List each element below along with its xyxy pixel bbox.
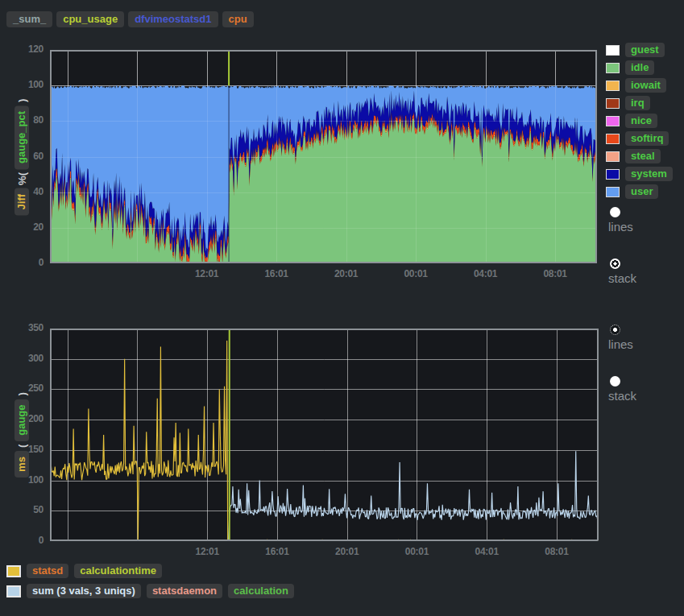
legend-item-user: user [606, 183, 673, 201]
y-axis-unit-part: ( [16, 444, 28, 448]
timing-lines-radio-selected[interactable] [610, 325, 620, 335]
x-tick-label: 08:01 [540, 546, 574, 557]
legend-label: system [625, 167, 673, 181]
softirq-swatch [606, 134, 620, 144]
y-axis-unit-part: gauge_pct [15, 105, 29, 168]
y-axis-unit-part: ) [16, 98, 28, 101]
guest-swatch [606, 45, 620, 56]
metric-tag[interactable]: dfvimeostatsd1 [128, 11, 218, 27]
idle-swatch [606, 63, 620, 73]
timing-legend-row: sum (3 vals, 3 uniqs)statsdaemoncalculat… [6, 584, 294, 598]
y-tick-label: 0 [6, 535, 44, 546]
cpu-lines-radio[interactable] [610, 207, 620, 217]
x-tick-label: 20:01 [330, 546, 364, 557]
metric-tag[interactable]: cpu_usage [56, 11, 124, 27]
metric-tag[interactable]: cpu [222, 11, 254, 27]
legend-item-guest: guest [606, 41, 673, 59]
cpu-legend: guestidleiowaitirqnicesoftirqstealsystem… [606, 41, 673, 201]
y-axis-unit-label: ms(gauge) [15, 392, 29, 478]
y-tick-label: 50 [6, 504, 44, 515]
timing-series-swatch [6, 565, 21, 577]
metrics-dashboard: _sum_cpu_usagedfvimeostatsd1cpu 12:0116:… [0, 0, 684, 616]
nice-swatch [606, 116, 620, 126]
timing-mode-lines: lines [608, 325, 633, 351]
legend-label: idle [625, 60, 654, 75]
legend-item-softirq: softirq [606, 130, 673, 147]
x-tick-label: 12:01 [190, 546, 224, 557]
legend-label: steal [625, 149, 661, 163]
x-tick-label: 00:01 [400, 546, 433, 557]
legend-label: nice [625, 114, 657, 128]
x-tick-label: 16:01 [260, 546, 294, 557]
timing-legend-label: statsd [27, 564, 68, 578]
timing-lines-label[interactable]: lines [608, 337, 633, 351]
cpu-mode-lines: lines [608, 207, 633, 234]
legend-item-irq: irq [606, 94, 673, 112]
timing-legend-label: statsdaemon [147, 584, 222, 598]
legend-label: softirq [625, 131, 669, 146]
user-swatch [606, 187, 620, 197]
y-axis-unit-label: Jiff%(gauge_pct) [15, 98, 29, 215]
timing-stack-label[interactable]: stack [608, 389, 636, 403]
irq-swatch [606, 98, 620, 109]
y-axis-unit-part: Jiff [15, 188, 29, 215]
system-swatch [606, 169, 620, 180]
legend-label: irq [625, 96, 650, 110]
timing-series-swatch [6, 585, 21, 597]
y-tick-label: 300 [6, 353, 44, 364]
y-axis-unit-part: %( [16, 172, 28, 184]
legend-label: iowait [625, 78, 666, 93]
y-tick-label: 100 [6, 79, 44, 90]
metric-tags: _sum_cpu_usagedfvimeostatsd1cpu [6, 11, 254, 27]
metric-tag[interactable]: _sum_ [6, 11, 52, 27]
cpu-stack-radio-selected[interactable] [610, 258, 620, 269]
timing-chart-canvas[interactable] [50, 329, 599, 541]
timing-legend-row: statsdcalculationtime [6, 564, 294, 578]
cpu-lines-label[interactable]: lines [608, 220, 633, 234]
legend-label: user [625, 184, 658, 199]
cpu-usage-chart-canvas[interactable] [50, 50, 597, 263]
legend-item-iowait: iowait [606, 76, 673, 94]
legend-item-steal: steal [606, 147, 673, 165]
x-tick-label: 04:01 [470, 546, 504, 557]
cpu-mode-stack: stack [608, 258, 636, 285]
timing-legend-label: sum (3 vals, 3 uniqs) [27, 584, 141, 598]
legend-label: guest [625, 43, 665, 57]
y-axis-unit-part: ) [16, 392, 28, 395]
timing-stack-radio[interactable] [610, 376, 620, 387]
x-tick-label: 04:01 [469, 268, 503, 279]
y-axis-unit-part: ms [15, 451, 29, 478]
timing-legend-label: calculationtime [74, 564, 162, 578]
y-tick-label: 350 [6, 322, 44, 333]
timing-mode-stack: stack [608, 376, 636, 403]
x-tick-label: 20:01 [330, 268, 363, 279]
legend-item-system: system [606, 165, 673, 183]
x-tick-label: 12:01 [190, 268, 224, 279]
timing-legend-label: calculation [228, 584, 294, 598]
y-tick-label: 120 [6, 43, 44, 55]
steal-swatch [606, 151, 620, 162]
x-tick-label: 00:01 [399, 268, 433, 279]
y-tick-label: 0 [6, 257, 44, 268]
legend-item-nice: nice [606, 112, 673, 130]
legend-item-idle: idle [606, 59, 673, 76]
y-tick-label: 20 [6, 221, 44, 233]
y-axis-unit-part: gauge [15, 399, 29, 440]
x-tick-label: 16:01 [259, 268, 293, 279]
timing-legend: statsdcalculationtimesum (3 vals, 3 uniq… [6, 564, 294, 604]
x-tick-label: 08:01 [538, 268, 572, 279]
iowait-swatch [606, 81, 620, 91]
cpu-stack-label[interactable]: stack [608, 271, 636, 285]
